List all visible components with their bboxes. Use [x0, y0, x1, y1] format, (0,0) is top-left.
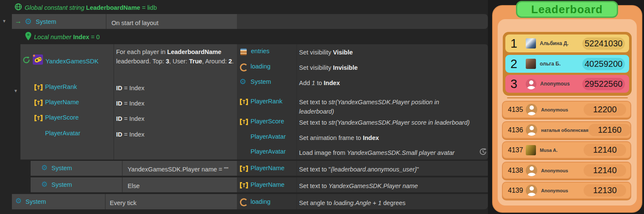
rank-label: 4138	[508, 167, 526, 174]
object-link-loading[interactable]: loading	[251, 198, 271, 205]
column-divider	[296, 161, 297, 176]
object-link-entries[interactable]: entries	[251, 48, 270, 54]
score-pill: 12160	[588, 124, 631, 136]
loading-icon	[240, 63, 248, 71]
leaderboard-row-1: 1 Альбина Д. 52241030	[505, 34, 629, 52]
player-name: ольга Б.	[540, 61, 561, 67]
text-object-icon	[34, 114, 43, 122]
leaderboard-divider	[507, 97, 628, 98]
condition-text[interactable]: On start of layout	[111, 18, 158, 28]
column-divider	[122, 177, 123, 192]
person-silhouette-icon	[526, 124, 537, 136]
object-link-playeravatar[interactable]: PlayerAvatar	[251, 133, 286, 140]
text-object-icon	[239, 98, 248, 106]
object-link-playerscore[interactable]: PlayerScore	[45, 114, 79, 121]
text-object-icon	[239, 165, 248, 172]
rank-label: 2	[510, 57, 523, 71]
condition-text[interactable]: ID = Index	[116, 114, 145, 123]
yandex-games-sdk-icon	[33, 54, 43, 65]
leaderboard-row-4139: 4139 Anonymous 12130	[502, 182, 631, 199]
person-silhouette-icon	[526, 79, 536, 89]
gear-icon: ⚙	[25, 17, 32, 26]
entries-icon	[240, 49, 247, 55]
object-link-yandexgamessdk[interactable]: YandexGamesSDK	[46, 58, 99, 65]
object-link-system[interactable]: System	[51, 165, 72, 171]
player-name: Anonymous	[541, 188, 568, 193]
object-link-playername[interactable]: PlayerName	[251, 165, 285, 171]
collapse-triangle[interactable]: ▼	[14, 88, 18, 93]
score-pill: 29522560	[582, 78, 625, 90]
column-divider	[296, 177, 297, 192]
avatar	[526, 59, 536, 69]
gear-icon: ⚙	[41, 164, 48, 172]
condition-text[interactable]: ID = Index	[116, 130, 145, 139]
condition-text[interactable]: ID = Index	[116, 83, 145, 93]
rank-label: 4136	[508, 126, 526, 134]
leaderboard-row-4137: 4137 Musa A. 12140	[502, 141, 631, 159]
player-name: Anonymous	[541, 107, 568, 112]
text-object-icon	[239, 182, 248, 189]
object-link-loading[interactable]: loading	[251, 63, 271, 70]
async-wait-icon	[479, 148, 487, 156]
leaderboard-title-badge: Leaderboard	[516, 1, 618, 18]
object-link-playerrank[interactable]: PlayerRank	[251, 98, 282, 105]
score-pill: 40259200	[582, 58, 625, 70]
construct-event-sheet-window: Global constant string LeaderboardName =…	[0, 0, 644, 214]
object-link-system[interactable]: System	[251, 78, 271, 85]
column-divider	[114, 44, 114, 160]
condition-text[interactable]: Else	[128, 181, 140, 191]
object-link-playeravatar[interactable]: PlayerAvatar	[251, 148, 286, 155]
action-text[interactable]: Set text to YandexGamesSDK.Player name	[299, 181, 418, 191]
globe-icon	[14, 3, 22, 11]
leaderboard-row-4138: 4138 Anonymous 12140	[502, 162, 631, 179]
object-link-playername[interactable]: PlayerName	[251, 181, 285, 188]
column-divider	[296, 194, 297, 209]
leaderboard-title: Leaderboard	[531, 3, 603, 16]
rank-label: 3	[510, 77, 523, 91]
local-variable-declaration[interactable]: Local number Index = 0	[34, 34, 100, 40]
score-pill: 12140	[584, 144, 626, 156]
trigger-arrow-icon: →	[15, 18, 22, 25]
avatar	[526, 145, 536, 155]
action-text[interactable]: Set text to str(YandexGamesSDK.Player po…	[299, 97, 463, 116]
leaderboard-row-4135: 4135 Anonymous 12200	[502, 101, 631, 118]
action-text[interactable]: Set visibility Visible	[299, 48, 353, 57]
leaderboard-row-2: 2 ольга Б. 40259200	[505, 55, 629, 73]
rank-label: 4135	[508, 106, 526, 114]
person-silhouette-icon	[526, 185, 537, 196]
condition-text[interactable]: YandexGamesSDK.Player name = ""	[128, 165, 228, 174]
collapse-triangle[interactable]: ▼	[2, 19, 6, 23]
rank-label: 1	[510, 37, 523, 51]
event-on-start-action-cell[interactable]	[237, 14, 488, 29]
action-text[interactable]: Set text to "{leaderboard.anonymous_user…	[299, 165, 419, 174]
action-text[interactable]: Load image from YandexGamesSDK.Small pla…	[299, 148, 455, 157]
person-silhouette-icon	[526, 104, 537, 115]
object-link-playername[interactable]: PlayerName	[45, 99, 79, 106]
leaderboard-row-4136: 4136 наталья оболенская 12160	[502, 121, 631, 139]
condition-text[interactable]: ID = Index	[116, 99, 145, 108]
player-name: Anonymous	[541, 168, 568, 173]
rank-label: 4137	[508, 146, 526, 154]
action-text[interactable]: Set angle to loading.Angle + 1 degrees	[299, 198, 405, 208]
condition-text-foreach[interactable]: For each player in LeaderboardName leade…	[116, 47, 234, 66]
gear-icon: ⚙	[239, 78, 246, 86]
object-link-playerscore[interactable]: PlayerScore	[251, 118, 284, 125]
object-link-playerrank[interactable]: PlayerRank	[45, 83, 77, 90]
player-name: Musa A.	[540, 148, 558, 153]
condition-text[interactable]: Every tick	[110, 198, 137, 208]
pin-icon	[25, 32, 31, 40]
action-text[interactable]: Set text to str(YandexGamesSDK.Player sc…	[299, 118, 470, 127]
action-text[interactable]: Add 1 to Index	[299, 78, 340, 88]
global-variable-declaration[interactable]: Global constant string LeaderboardName =…	[25, 4, 157, 11]
action-text[interactable]: Set animation frame to Index	[299, 133, 379, 143]
object-link-system[interactable]: System	[26, 198, 46, 205]
object-link-system[interactable]: System	[36, 18, 56, 25]
avatar	[526, 38, 536, 49]
person-silhouette-icon	[526, 165, 537, 176]
action-text[interactable]: Set visibility Invisible	[299, 63, 358, 72]
score-pill: 12140	[584, 164, 626, 177]
score-pill: 12130	[584, 184, 626, 197]
text-object-icon	[34, 84, 43, 91]
object-link-playeravatar[interactable]: PlayerAvatar	[45, 130, 80, 137]
object-link-system[interactable]: System	[51, 181, 72, 188]
